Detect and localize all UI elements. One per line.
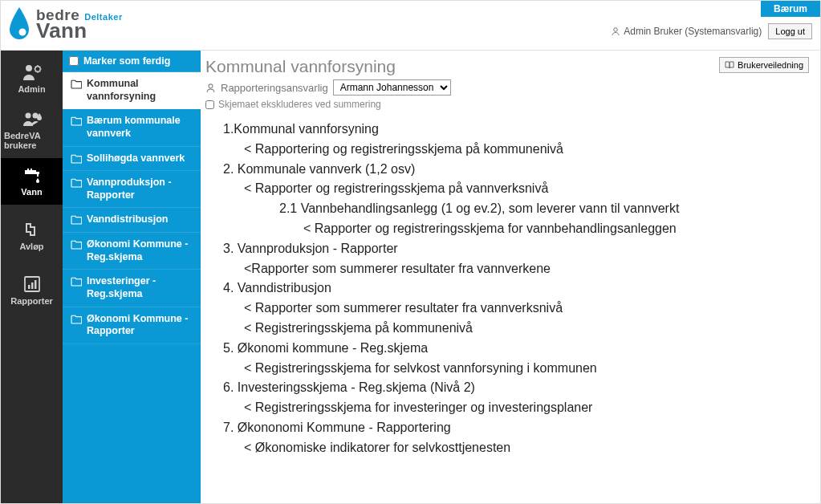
nav-item-label: Bærum kommunale vannverk bbox=[87, 115, 194, 140]
admin-icon bbox=[22, 63, 43, 81]
logo-text-bottom: Vann bbox=[36, 20, 123, 41]
exclude-label: Skjemaet ekskluderes ved summering bbox=[218, 99, 381, 110]
exclude-row: Skjemaet ekskluderes ved summering bbox=[205, 99, 451, 110]
nav-item[interactable]: Vanndistribusjon bbox=[63, 208, 201, 233]
rail-item-label: Avløp bbox=[19, 242, 43, 251]
avlop-icon bbox=[22, 221, 43, 238]
outline-line: < Registreringsskjema på kommunenivå bbox=[223, 319, 809, 339]
nav-item[interactable]: Økonomi Kommune - Rapporter bbox=[63, 307, 201, 344]
svg-point-0 bbox=[19, 29, 26, 36]
nav-item-label: Vannproduksjon - Rapporter bbox=[87, 177, 194, 201]
rail-item-bedreva-brukere[interactable]: BedreVA brukere bbox=[1, 102, 63, 158]
outline-line: 7. Økononomi Kommune - Rapportering bbox=[223, 418, 809, 438]
outline-line: < Rapporter som summerer resultater fra … bbox=[223, 299, 809, 319]
page-title: Kommunal vannforsyning bbox=[205, 57, 451, 76]
rail-item-label: Admin bbox=[18, 84, 45, 94]
bedreva-brukere-icon bbox=[22, 110, 43, 128]
outline-line: 1.Kommunal vannforsyning bbox=[223, 120, 809, 140]
responsible-select[interactable]: Armann Johannesson bbox=[333, 79, 451, 96]
folder-icon bbox=[71, 315, 82, 324]
folder-icon bbox=[71, 240, 82, 250]
nav-item[interactable]: Bærum kommunale vannverk bbox=[63, 109, 201, 146]
outline-line: 6. Investeringsskjema - Reg.skjema (Nivå… bbox=[223, 378, 809, 398]
svg-rect-8 bbox=[31, 282, 34, 289]
nav-item-label: Økonomi Kommune - Reg.skjema bbox=[87, 238, 194, 263]
svg-rect-9 bbox=[35, 280, 37, 289]
mark-done-checkbox[interactable] bbox=[69, 56, 79, 66]
outline-line: <Rapporter som summerer resultater fra v… bbox=[223, 259, 809, 279]
outline-line: < Rapporter og registreringsskjema for v… bbox=[223, 219, 809, 239]
rail-item-rapporter[interactable]: Rapporter bbox=[1, 267, 63, 314]
rail-item-avlop[interactable]: Avløp bbox=[1, 213, 63, 259]
user-icon bbox=[611, 26, 620, 36]
secondary-nav: Marker som ferdig Kommunal vannforsyning… bbox=[63, 51, 201, 503]
rail-item-label: BedreVA brukere bbox=[4, 131, 59, 150]
outline-line: < Registreringsskjema for investeringer … bbox=[223, 398, 809, 418]
nav-item[interactable]: Sollihøgda vannverk bbox=[63, 147, 201, 172]
exclude-checkbox[interactable] bbox=[205, 100, 214, 109]
rail-item-admin[interactable]: Admin bbox=[1, 55, 63, 102]
nav-item-label: Kommunal vannforsyning bbox=[87, 78, 194, 103]
outline-line: < Rapportering og registreringsskjema på… bbox=[223, 140, 809, 160]
nav-item-label: Økonomi Kommune - Rapporter bbox=[87, 313, 194, 338]
outline-line: 3. Vannproduksjon - Rapporter bbox=[223, 239, 809, 259]
user-guide-label: Brukerveiledning bbox=[738, 60, 803, 70]
rail-item-vann[interactable]: Vann bbox=[1, 158, 63, 205]
responsible-label: Rapporteringsansvarlig bbox=[221, 82, 328, 94]
user-icon bbox=[205, 83, 216, 93]
book-icon bbox=[725, 61, 734, 69]
folder-icon bbox=[71, 116, 82, 126]
user-guide-button[interactable]: Brukerveiledning bbox=[719, 57, 809, 73]
svg-point-1 bbox=[614, 28, 618, 32]
outline-line: 5. Økonomi kommune - Reg.skjema bbox=[223, 339, 809, 359]
org-badge[interactable]: Bærum bbox=[761, 1, 820, 17]
current-user: Admin Bruker (Systemansvarlig) bbox=[611, 26, 762, 37]
left-rail: AdminBedreVA brukereVannAvløpRapporter bbox=[1, 51, 63, 503]
mark-done-row[interactable]: Marker som ferdig bbox=[63, 51, 201, 72]
folder-icon bbox=[71, 79, 82, 89]
user-name-label: Admin Bruker (Systemansvarlig) bbox=[624, 26, 762, 37]
svg-point-10 bbox=[209, 83, 213, 87]
nav-item-label: Vanndistribusjon bbox=[87, 213, 168, 226]
app-header: bedre Deltaker Vann Bærum Admin Bruker (… bbox=[1, 1, 820, 51]
logout-button[interactable]: Logg ut bbox=[768, 23, 812, 39]
rapporter-icon bbox=[22, 275, 43, 293]
svg-point-2 bbox=[26, 65, 32, 71]
water-drop-icon bbox=[6, 6, 33, 43]
svg-rect-7 bbox=[28, 285, 30, 289]
nav-item-label: Sollihøgda vannverk bbox=[87, 152, 185, 165]
content-outline: 1.Kommunal vannforsyning< Rapportering o… bbox=[205, 120, 809, 458]
folder-icon bbox=[71, 178, 82, 188]
logo: bedre Deltaker Vann bbox=[1, 1, 131, 43]
folder-icon bbox=[71, 277, 82, 287]
outline-line: < Registreringsskjema for selvkost vannf… bbox=[223, 359, 809, 379]
rail-item-label: Vann bbox=[21, 187, 42, 197]
outline-line: < Økonomiske indikatorer for selvkosttje… bbox=[223, 438, 809, 458]
main-content: Kommunal vannforsyning Rapporteringsansv… bbox=[201, 51, 820, 503]
svg-point-3 bbox=[35, 67, 39, 71]
folder-icon bbox=[71, 154, 82, 164]
outline-line: 4. Vanndistribusjon bbox=[223, 278, 809, 299]
svg-point-4 bbox=[25, 113, 30, 119]
mark-done-label: Marker som ferdig bbox=[83, 55, 170, 67]
outline-line: < Rapporter og registreringsskjema på va… bbox=[223, 179, 809, 199]
outline-line: 2. Kommunale vannverk (1,2 osv) bbox=[223, 160, 809, 180]
responsible-row: Rapporteringsansvarlig Armann Johannesso… bbox=[205, 79, 451, 96]
outline-line: 2.1 Vannbehandlingsanlegg (1 og ev.2), s… bbox=[223, 199, 809, 219]
nav-item[interactable]: Investeringer - Reg.skjema bbox=[63, 270, 201, 307]
nav-item-label: Investeringer - Reg.skjema bbox=[87, 275, 194, 300]
folder-icon bbox=[71, 215, 82, 225]
nav-item[interactable]: Økonomi Kommune - Reg.skjema bbox=[63, 233, 201, 270]
nav-item[interactable]: Vannproduksjon - Rapporter bbox=[63, 171, 201, 208]
nav-item[interactable]: Kommunal vannforsyning bbox=[63, 72, 201, 109]
vann-icon bbox=[22, 166, 43, 184]
rail-item-label: Rapporter bbox=[10, 296, 53, 306]
